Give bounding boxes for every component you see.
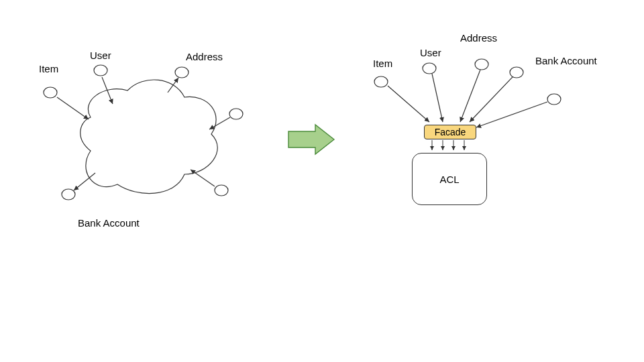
left-bank-account-label: Bank Account	[78, 217, 140, 229]
arrow-left-bottomleft	[74, 173, 95, 190]
right-item-label: Item	[373, 58, 392, 69]
arrow-right-address	[460, 70, 480, 122]
left-right-mid-oval	[229, 109, 243, 119]
arrow-left-item	[57, 97, 89, 119]
right-extra-oval	[510, 67, 523, 78]
right-address-label: Address	[460, 32, 497, 44]
arrow-left-user	[102, 77, 113, 104]
acl-ish-blob	[80, 80, 217, 194]
arrow-left-bottomright	[191, 170, 215, 186]
arrow-right-item	[388, 86, 429, 122]
arrow-right-user	[432, 74, 443, 122]
arrow-right-extra	[470, 77, 513, 122]
left-address-oval	[175, 67, 189, 78]
arrow-right-bank	[476, 102, 547, 127]
left-blob-label: ACL-ish	[111, 135, 147, 147]
left-item-oval	[44, 87, 57, 98]
arrow-left-rightmid	[209, 117, 230, 129]
right-user-oval	[423, 63, 436, 74]
facade-label: Facade	[435, 127, 466, 137]
right-bank-account-label: Bank Account	[535, 55, 597, 66]
left-bottom-right-oval	[215, 185, 228, 196]
acl-box: ACL	[412, 153, 487, 205]
facade-box: Facade	[424, 125, 476, 139]
right-user-label: User	[420, 47, 441, 58]
left-user-oval	[94, 65, 107, 76]
transition-arrow	[288, 125, 334, 154]
right-bank-oval	[547, 94, 561, 105]
right-item-oval	[374, 76, 388, 87]
acl-label: ACL	[439, 174, 459, 185]
left-user-label: User	[90, 50, 111, 61]
arrow-left-address	[168, 78, 178, 93]
left-item-label: Item	[39, 63, 58, 74]
left-address-label: Address	[186, 51, 223, 62]
right-address-oval	[475, 59, 488, 70]
left-bottom-left-oval	[62, 189, 75, 200]
